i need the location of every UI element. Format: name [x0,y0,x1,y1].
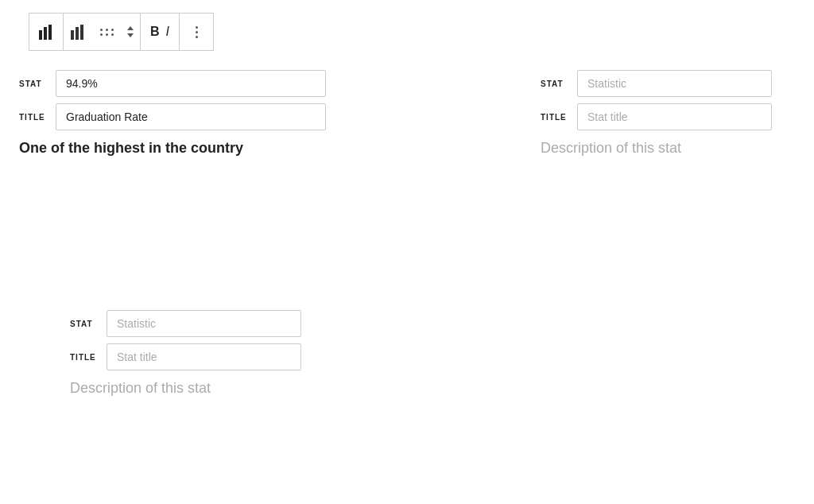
drag-dots-icon [100,29,114,36]
bar-chart-button[interactable] [64,14,94,50]
stat-block-1: STAT TITLE One of the highest in the cou… [19,70,326,157]
stat-input-3[interactable] [107,310,301,337]
stat-row-3: STAT [70,310,301,337]
description-2: Description of this stat [541,140,772,157]
bold-button[interactable]: B [150,25,160,39]
chart-block-icon [38,24,56,40]
title-input-2[interactable] [577,103,772,130]
dots-drag-button[interactable] [94,14,121,50]
stat-input-2[interactable] [577,70,772,97]
title-input-1[interactable] [56,103,326,130]
svg-rect-4 [76,27,79,40]
title-label-1: TITLE [19,113,48,122]
title-row-2: TITLE [541,103,772,130]
bar-chart-icon [70,24,87,40]
title-row-3: TITLE [70,343,301,370]
stat-input-1[interactable] [56,70,326,97]
stat-label-3: STAT [70,320,99,328]
italic-button[interactable]: I [166,25,169,39]
text-format-group: B I [140,13,180,51]
description-1: One of the highest in the country [19,140,326,157]
svg-rect-2 [48,25,52,40]
chart-block-button[interactable] [29,13,64,51]
stat-row-2: STAT [541,70,772,97]
chevron-updown-icon [127,26,134,37]
svg-rect-5 [80,25,83,40]
stat-label-2: STAT [541,79,569,88]
stat-block-3: STAT TITLE Description of this stat [70,310,301,397]
description-3: Description of this stat [70,380,301,397]
stat-row-1: STAT [19,70,326,97]
chevron-button[interactable] [121,14,140,50]
stat-block-2: STAT TITLE Description of this stat [541,70,772,157]
svg-rect-1 [44,27,47,40]
svg-rect-0 [39,30,42,40]
title-row-1: TITLE [19,103,326,130]
more-options-button[interactable] [179,13,214,51]
title-input-3[interactable] [107,343,301,370]
title-label-2: TITLE [541,113,569,122]
svg-rect-3 [71,30,74,40]
chart-type-group [63,13,141,51]
more-options-icon [196,26,198,38]
toolbar: B I [19,6,814,57]
stat-label-1: STAT [19,79,48,88]
title-label-3: TITLE [70,353,99,362]
